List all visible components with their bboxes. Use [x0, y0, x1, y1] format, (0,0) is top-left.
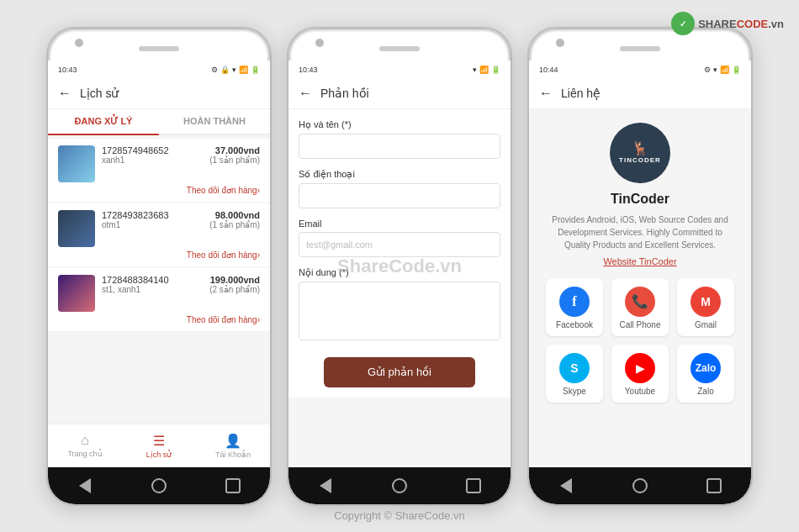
phone3-signal-icon: ▾ [713, 66, 717, 74]
nav-tai-khoan-label: Tài Khoản [215, 450, 251, 459]
phone2-time: 10:43 [299, 66, 318, 74]
watermark-top-text: SHARECODE.vn [698, 18, 784, 30]
phone1-status-icons: ⚙ 🔒 ▾ 📶 🔋 [211, 66, 260, 74]
phone-2: 10:43 ▾ 📶 🔋 ← Phản hồi Họ và tên (*) Số … [287, 27, 512, 506]
phone1-home-btn[interactable] [151, 478, 167, 493]
contact-gmail[interactable]: M Gmail [677, 278, 734, 336]
company-desc: Provides Android, iOS, Web Source Codes … [539, 213, 741, 251]
contact-screen: 🦌 TINCODER TinCoder Provides Android, iO… [529, 109, 751, 416]
order2-info: 1728493823683 98.000vnd otm1 (1 sản phẩm… [102, 210, 260, 229]
order2-track[interactable]: Theo dõi đơn hàng › [58, 250, 260, 260]
contact-skype[interactable]: S Skype [546, 345, 603, 403]
phone-1: 10:43 ⚙ 🔒 ▾ 📶 🔋 ← Lịch sử ĐANG XỬ LÝ HOÀ… [46, 27, 272, 506]
phone2-header: ← Phản hồi [288, 79, 511, 109]
phone2-signal-icon: ▾ [473, 66, 477, 74]
order1-track-label: Theo dõi đơn hàng [187, 186, 257, 195]
feedback-form: Họ và tên (*) Số điện thoại Email Nội du… [288, 109, 511, 398]
tab-hoan-thanh[interactable]: HOÀN THÀNH [159, 109, 270, 134]
order3-track-label: Theo dõi đơn hàng [187, 315, 257, 324]
contact-youtube[interactable]: ▶ Youtube [611, 345, 669, 403]
phone-3: 10:44 ⚙ ▾ 📶 🔋 ← Liên hệ 🦌 TINCODER [527, 27, 753, 506]
contact-zalo[interactable]: Zalo Zalo [677, 345, 734, 403]
nav-lich-su[interactable]: ☰ Lịch sử [122, 433, 196, 459]
phone1-recents-btn[interactable] [225, 478, 241, 493]
order-item-2: 1728493823683 98.000vnd otm1 (1 sản phẩm… [48, 203, 270, 266]
phone2-wifi-icon: 📶 [479, 66, 489, 74]
phone1-lock-icon: 🔒 [220, 66, 230, 74]
phone2-battery-icon: 🔋 [491, 66, 500, 74]
phone1-top-bar [48, 29, 270, 61]
phone3-battery-icon: 🔋 [732, 66, 741, 74]
order1-track[interactable]: Theo dõi đơn hàng › [58, 186, 260, 195]
phone3-status-icons: ⚙ ▾ 📶 🔋 [704, 66, 741, 74]
phone2-content: 10:43 ▾ 📶 🔋 ← Phản hồi Họ và tên (*) Số … [288, 61, 511, 467]
order1-price: 37.000vnd [215, 145, 260, 155]
phone1-back-arrow[interactable]: ← [58, 86, 71, 101]
youtube-label: Youtube [625, 387, 655, 396]
phone1-status-bar: 10:43 ⚙ 🔒 ▾ 📶 🔋 [48, 61, 270, 79]
company-name: TinCoder [611, 192, 669, 207]
tab-dang-xu-ly[interactable]: ĐANG XỬ LÝ [48, 109, 159, 135]
phone2-home-btn[interactable] [392, 478, 407, 493]
phone3-header-title: Liên hệ [561, 87, 601, 100]
phone3-wifi-icon: 📶 [720, 66, 729, 74]
order1-quantity: (1 sản phẩm) [209, 155, 260, 165]
phone1-wifi-icon: 📶 [239, 66, 248, 74]
phone2-recents-btn[interactable] [466, 478, 481, 493]
phone1-speaker [139, 46, 179, 51]
input-content[interactable] [299, 282, 500, 340]
order3-price: 199.000vnd [210, 275, 260, 285]
order2-variant: otm1 [102, 220, 120, 229]
phone1-back-btn[interactable] [79, 478, 91, 493]
order2-track-label: Theo dõi đơn hàng [187, 250, 257, 260]
youtube-icon: ▶ [625, 353, 655, 383]
input-email[interactable] [299, 232, 500, 257]
order3-track[interactable]: Theo dõi đơn hàng › [58, 315, 260, 324]
phone-icon: 📞 [625, 287, 655, 317]
contact-facebook[interactable]: f Facebook [546, 278, 603, 336]
order1-variant: xanh1 [102, 155, 124, 165]
submit-button[interactable]: Gửi phản hồi [324, 357, 475, 387]
company-website[interactable]: Website TinCoder [603, 256, 676, 266]
nav-trang-chu[interactable]: ⌂ Trang chủ [48, 433, 122, 458]
order3-info: 1728488384140 199.000vnd st1, xanh1 (2 s… [102, 275, 260, 294]
phone3-back-btn[interactable] [560, 478, 572, 493]
phone1-camera [75, 39, 83, 47]
phone2-back-arrow[interactable]: ← [299, 86, 312, 101]
phone3-recents-btn[interactable] [706, 478, 722, 493]
phone3-bottom-bar [529, 467, 751, 504]
phone2-camera [315, 39, 324, 47]
phone3-back-arrow[interactable]: ← [539, 86, 553, 101]
input-name[interactable] [299, 134, 500, 159]
form-group-content: Nội dung (*) [299, 267, 500, 344]
label-email: Email [299, 219, 500, 229]
phone2-speaker [379, 46, 420, 51]
tincoder-logo-text: 🦌 TINCODER [619, 140, 661, 165]
skype-icon: S [559, 353, 590, 383]
nav-tai-khoan[interactable]: 👤 Tài Khoản [196, 433, 270, 459]
label-content: Nội dung (*) [299, 267, 500, 278]
phone3-content: 10:44 ⚙ ▾ 📶 🔋 ← Liên hệ 🦌 TINCODER [529, 61, 751, 467]
input-phone[interactable] [299, 183, 500, 208]
order1-id: 1728574948652 [102, 145, 169, 155]
history-icon: ☰ [153, 433, 165, 449]
phone2-header-title: Phản hồi [320, 87, 369, 100]
phone1-signal-icon: ▾ [232, 66, 236, 74]
form-group-phone: Số điện thoại [299, 169, 500, 208]
phone2-bottom-bar [288, 467, 511, 504]
order2-chevron: › [257, 250, 260, 260]
order2-quantity: (1 sản phẩm) [209, 220, 260, 229]
contact-callphone[interactable]: 📞 Call Phone [611, 278, 669, 336]
label-name: Họ và tên (*) [299, 119, 500, 130]
phone3-home-btn[interactable] [632, 478, 648, 493]
form-group-name: Họ và tên (*) [299, 119, 500, 159]
label-phone: Số điện thoại [299, 169, 500, 180]
facebook-icon: f [559, 287, 590, 317]
skype-label: Skype [563, 387, 586, 396]
phone1-content: 10:43 ⚙ 🔒 ▾ 📶 🔋 ← Lịch sử ĐANG XỬ LÝ HOÀ… [48, 61, 270, 467]
phone2-top-bar [288, 29, 511, 61]
phone1-header: ← Lịch sử [48, 79, 270, 109]
home-icon: ⌂ [81, 433, 89, 448]
phone2-back-btn[interactable] [320, 478, 331, 493]
phone2-status-bar: 10:43 ▾ 📶 🔋 [288, 61, 511, 79]
